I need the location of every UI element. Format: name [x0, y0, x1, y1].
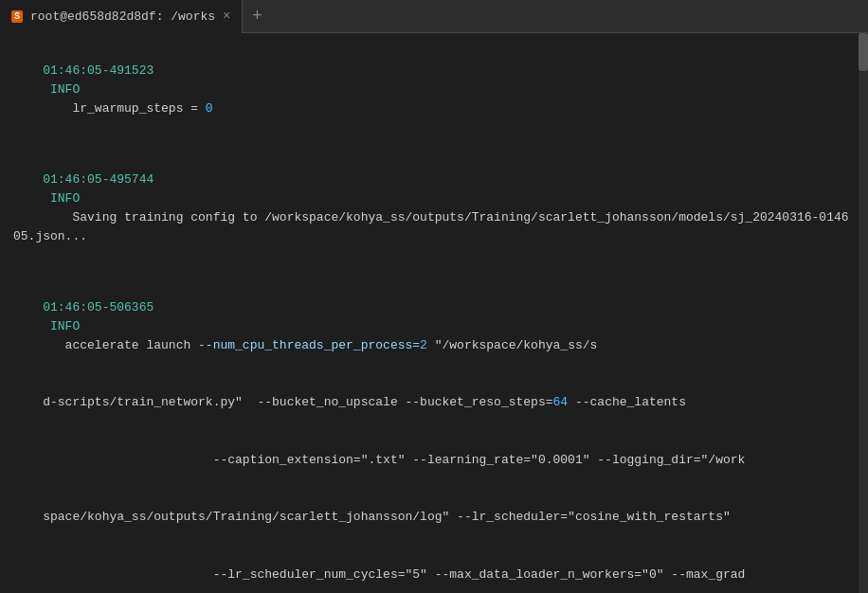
tab-bar: S root@ed658d82d8df: /works × +	[0, 0, 868, 33]
log-level-3: INFO	[43, 319, 80, 333]
scrollbar[interactable]	[859, 33, 868, 593]
terminal-tab[interactable]: S root@ed658d82d8df: /works ×	[0, 0, 243, 33]
tab-icon: S	[11, 10, 23, 23]
log-text-3: accelerate launch	[43, 338, 198, 352]
timestamp: 01:46:05-491523	[43, 63, 154, 78]
new-tab-button[interactable]: +	[243, 0, 271, 33]
log-line-3: 01:46:05-506365 INFO accelerate launch -…	[13, 279, 855, 375]
log-text-2: Saving training config to /workspace/koh…	[13, 210, 849, 243]
log-text: lr_warmup_steps =	[43, 101, 206, 116]
tab-label: root@ed658d82d8df: /works	[30, 9, 215, 24]
log-line-5: --lr_scheduler_num_cycles="5" --max_data…	[13, 547, 855, 593]
log-line-4b: space/kohya_ss/outputs/Training/scarlett…	[13, 489, 855, 546]
log-line-1: 01:46:05-491523 INFO lr_warmup_steps = 0	[13, 43, 855, 138]
log-level-2: INFO	[43, 191, 80, 206]
log-line-2: 01:46:05-495744 INFO Saving training con…	[13, 152, 855, 266]
terminal: 01:46:05-491523 INFO lr_warmup_steps = 0…	[0, 33, 868, 593]
log-level: INFO	[43, 82, 80, 97]
close-icon[interactable]: ×	[223, 9, 230, 24]
log-line-3b: d-scripts/train_network.py" --bucket_no_…	[13, 374, 855, 431]
log-line-4: --caption_extension=".txt" --learning_ra…	[13, 432, 855, 489]
timestamp-3: 01:46:05-506365	[43, 300, 154, 314]
timestamp-2: 01:46:05-495744	[43, 172, 154, 187]
scrollbar-thumb[interactable]	[859, 33, 868, 71]
